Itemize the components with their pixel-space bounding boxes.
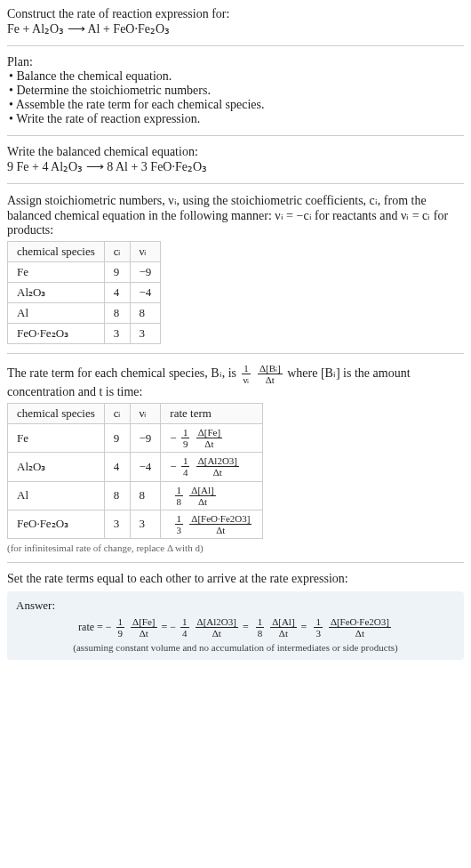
- frac-num: Δ[Al2O3]: [196, 455, 239, 467]
- equals: =: [162, 621, 171, 633]
- frac-den: Δt: [189, 496, 215, 507]
- intro-prompt: Construct the rate of reaction expressio…: [7, 7, 464, 21]
- frac-coef: 1 3: [175, 513, 184, 535]
- frac-den: Δt: [189, 525, 251, 535]
- frac-num: Δ[Fe]: [196, 427, 222, 438]
- cell-vi: −4: [130, 283, 161, 303]
- frac-coef: 1 3: [314, 616, 323, 639]
- cell-ci: 9: [104, 262, 130, 283]
- frac-den: 4: [181, 467, 190, 478]
- frac-num: 1: [242, 363, 251, 374]
- plan-section: Plan: • Balance the chemical equation. •…: [7, 55, 464, 126]
- divider: [7, 183, 464, 184]
- cell-vi: −4: [130, 453, 161, 481]
- table-row: Al₂O₃ 4 −4 − 1 4 Δ[Al2O3] Δt: [8, 453, 263, 481]
- table-row: FeO·Fe₂O₃ 3 3: [8, 324, 161, 344]
- table-row: Al 8 8: [8, 303, 161, 324]
- frac-den: Δt: [270, 628, 296, 639]
- frac-delta: Δ[Al2O3] Δt: [196, 455, 239, 478]
- frac-den: 9: [116, 628, 125, 639]
- cell-species: Al₂O₃: [8, 453, 105, 481]
- table-row: Al₂O₃ 4 −4: [8, 283, 161, 303]
- frac-den: Δt: [329, 628, 391, 639]
- frac-num: 1: [175, 513, 184, 525]
- frac-coef: 1 4: [181, 455, 190, 478]
- frac-coef: 1 9: [181, 427, 190, 449]
- frac-den: Δt: [258, 374, 283, 385]
- frac-coef: 1 8: [256, 616, 265, 639]
- frac-num: Δ[Bᵢ]: [258, 363, 283, 374]
- stoich-text: Assign stoichiometric numbers, νᵢ, using…: [7, 193, 464, 237]
- frac-delta: Δ[FeO·Fe2O3] Δt: [329, 616, 391, 639]
- frac-delta: Δ[Fe] Δt: [131, 616, 156, 639]
- frac-num: 1: [181, 427, 190, 438]
- plan-item: • Balance the chemical equation.: [9, 69, 464, 84]
- frac-num: Δ[Al2O3]: [196, 616, 238, 628]
- divider: [7, 135, 464, 136]
- plan-item: • Write the rate of reaction expression.: [9, 112, 464, 126]
- cell-species: Fe: [8, 262, 105, 283]
- cell-ci: 3: [104, 510, 130, 538]
- frac-delta: Δ[Al2O3] Δt: [196, 616, 238, 639]
- frac-den: νᵢ: [242, 374, 251, 385]
- col-vi: νᵢ: [130, 404, 161, 424]
- frac-den: Δt: [131, 628, 156, 639]
- plan-heading: Plan:: [7, 55, 464, 69]
- plan-item: • Assemble the rate term for each chemic…: [9, 98, 464, 112]
- frac-coef: 1 4: [180, 616, 189, 639]
- frac-num: Δ[Al]: [189, 485, 215, 496]
- frac-num: 1: [116, 616, 125, 628]
- rateterm-table: chemical species cᵢ νᵢ rate term Fe 9 −9…: [7, 403, 263, 539]
- frac-coef: 1 9: [116, 616, 125, 639]
- answer-label: Answer:: [16, 599, 455, 613]
- frac-num: Δ[Al]: [270, 616, 296, 628]
- rateterm-note: (for infinitesimal rate of change, repla…: [7, 542, 464, 553]
- frac-den: Δt: [196, 467, 239, 478]
- col-ci: cᵢ: [104, 404, 130, 424]
- rateterm-section: The rate term for each chemical species,…: [7, 363, 464, 553]
- cell-ci: 4: [104, 283, 130, 303]
- frac-delta: Δ[Al] Δt: [189, 485, 215, 507]
- frac-delta: Δ[FeO·Fe2O3] Δt: [189, 513, 251, 535]
- table-row: Fe 9 −9 − 1 9 Δ[Fe] Δt: [8, 424, 263, 453]
- rate-word: rate =: [78, 621, 106, 633]
- frac-num: 1: [256, 616, 265, 628]
- sign: −: [106, 621, 112, 634]
- cell-vi: 3: [130, 510, 161, 538]
- cell-species: Fe: [8, 424, 105, 453]
- col-species: chemical species: [8, 242, 105, 262]
- cell-vi: 8: [130, 481, 161, 510]
- frac-den: 4: [180, 628, 189, 639]
- frac-num: Δ[FeO·Fe2O3]: [189, 513, 251, 525]
- frac-num: Δ[FeO·Fe2O3]: [329, 616, 391, 628]
- frac-num: 1: [314, 616, 323, 628]
- equals: =: [301, 621, 310, 633]
- table-row: Al 8 8 1 8 Δ[Al] Δt: [8, 481, 263, 510]
- frac-num: 1: [181, 455, 190, 467]
- table-header-row: chemical species cᵢ νᵢ rate term: [8, 404, 263, 424]
- frac-den: Δt: [196, 438, 222, 449]
- frac-den: 9: [181, 438, 190, 449]
- col-vi: νᵢ: [130, 242, 161, 262]
- frac-den: Δt: [196, 628, 238, 639]
- cell-species: FeO·Fe₂O₃: [8, 324, 105, 344]
- rate-expression: rate = − 1 9 Δ[Fe] Δt = − 1 4 Δ[Al2O3] Δ…: [16, 616, 455, 639]
- sign: −: [170, 431, 176, 446]
- frac-den: 3: [314, 628, 323, 639]
- divider: [7, 562, 464, 563]
- cell-ci: 3: [104, 324, 130, 344]
- balanced-heading: Write the balanced chemical equation:: [7, 145, 464, 159]
- cell-species: Al₂O₃: [8, 283, 105, 303]
- frac-den: 8: [256, 628, 265, 639]
- cell-vi: 3: [130, 324, 161, 344]
- frac-delta: Δ[Al] Δt: [270, 616, 296, 639]
- cell-ci: 8: [104, 303, 130, 324]
- cell-species: Al: [8, 303, 105, 324]
- frac-num: 1: [180, 616, 189, 628]
- final-section: Set the rate terms equal to each other t…: [7, 572, 464, 660]
- cell-species: Al: [8, 481, 105, 510]
- frac-den: 8: [175, 496, 184, 507]
- rateterm-frac-coef: 1 νᵢ: [242, 363, 251, 385]
- balanced-equation: 9 Fe + 4 Al₂O₃ ⟶ 8 Al + 3 FeO·Fe₂O₃: [7, 159, 464, 174]
- col-rate: rate term: [161, 404, 263, 424]
